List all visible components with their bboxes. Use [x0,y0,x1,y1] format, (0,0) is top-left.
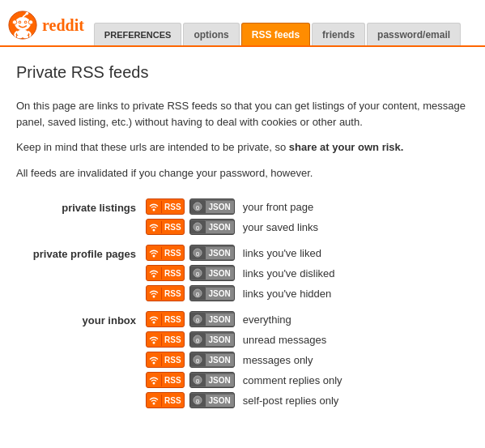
logo-text: reddit [42,16,84,35]
rss-button-1-0[interactable]: RSS [146,245,185,261]
json-button-0-0[interactable]: {} JSON [189,198,235,215]
svg-text:{}: {} [195,292,199,297]
svg-point-9 [26,12,29,15]
feed-row: RSS {} JSON self-post replies only [146,392,342,408]
rss-button-2-0[interactable]: RSS [146,311,185,327]
feed-text-1-0: links you've liked [243,247,321,259]
svg-text:{}: {} [195,378,199,383]
description-2: Keep in mind that these urls are intende… [16,139,469,156]
json-icon: {} [190,394,205,407]
svg-point-25 [153,296,155,298]
description-2-bold: share at your own risk. [289,141,404,153]
json-label: JSON [205,374,234,386]
rss-label: RSS [161,374,184,386]
tab-rss-feeds[interactable]: RSS feeds [241,23,310,45]
rss-label: RSS [161,201,184,213]
nav-tabs: PREFERENCES options RSS feeds friends pa… [94,5,461,45]
description-1: On this page are links to private RSS fe… [16,98,469,130]
feed-text-0-0: your front page [243,201,313,213]
rss-wifi-icon [147,220,161,233]
json-button-2-4[interactable]: {} JSON [189,392,235,408]
svg-text:{}: {} [195,358,199,363]
rss-button-0-1[interactable]: RSS [146,219,185,235]
feed-text-2-0: everything [243,314,291,326]
rss-button-0-0[interactable]: RSS [146,198,185,215]
rss-button-2-3[interactable]: RSS [146,372,185,388]
feed-row: RSS {} JSON links you've hidden [146,285,335,301]
rss-wifi-icon [147,267,161,279]
feed-text-1-2: links you've hidden [243,288,331,300]
svg-point-12 [23,36,28,39]
json-button-1-1[interactable]: {} JSON [189,265,235,281]
rss-button-1-1[interactable]: RSS [146,265,185,281]
description-2-prefix: Keep in mind that these urls are intende… [16,141,289,153]
json-button-2-3[interactable]: {} JSON [189,372,235,388]
json-icon: {} [190,246,205,259]
rss-label: RSS [161,221,184,233]
svg-text:{}: {} [195,318,199,322]
json-label: JSON [205,334,234,346]
json-label: JSON [205,314,234,326]
feed-row: RSS {} JSON links you've disliked [146,265,335,281]
json-button-1-2[interactable]: {} JSON [189,285,235,301]
json-button-0-1[interactable]: {} JSON [189,219,235,235]
feed-row: RSS {} JSON unread messages [146,331,342,348]
header: reddit PREFERENCES options RSS feeds fri… [0,0,485,47]
feed-row: RSS {} JSON links you've liked [146,245,335,261]
feed-row: RSS {} JSON everything [146,311,342,327]
rss-wifi-icon [147,394,161,407]
rss-label: RSS [161,267,184,279]
json-label: JSON [205,354,234,366]
svg-point-13 [153,209,155,211]
json-icon: {} [190,287,205,300]
json-icon: {} [190,220,205,233]
svg-point-16 [153,229,155,232]
rss-button-1-2[interactable]: RSS [146,285,185,301]
rss-label: RSS [161,247,184,259]
section-items-private-profile: RSS {} JSON links you've liked RSS {} [146,245,335,301]
rss-wifi-icon [147,353,161,366]
feed-row: RSS {} JSON comment replies only [146,372,342,388]
section-items-your-inbox: RSS {} JSON everything RSS {} JSO [146,311,342,408]
feed-text-2-4: self-post replies only [243,395,339,407]
page-title: Private RSS feeds [16,63,469,82]
svg-point-34 [153,362,155,365]
svg-point-28 [153,322,155,324]
svg-point-37 [153,382,155,385]
json-label: JSON [205,267,234,279]
rss-button-2-1[interactable]: RSS [146,331,185,348]
feed-row: RSS {} JSON messages only [146,352,342,368]
feed-text-1-1: links you've disliked [243,267,335,279]
rss-button-2-4[interactable]: RSS [146,392,185,408]
feed-text-2-3: comment replies only [243,374,342,386]
tab-password-email[interactable]: password/email [367,23,461,45]
svg-text:{}: {} [195,205,199,210]
rss-button-2-2[interactable]: RSS [146,352,185,368]
feed-text-2-2: messages only [243,354,313,366]
section-label-private-profile: private profile pages [16,245,146,260]
json-button-2-0[interactable]: {} JSON [189,311,235,327]
logo[interactable]: reddit [8,11,84,40]
feed-row: RSS {} JSON your front page [146,198,318,215]
json-button-2-1[interactable]: {} JSON [189,331,235,348]
json-icon: {} [190,200,205,213]
json-button-2-2[interactable]: {} JSON [189,352,235,368]
rss-label: RSS [161,334,184,346]
rss-label: RSS [161,395,184,407]
rss-label: RSS [161,314,184,326]
tab-options[interactable]: options [183,23,239,45]
tab-friends[interactable]: friends [312,23,365,45]
svg-text:{}: {} [195,399,199,403]
json-label: JSON [205,288,234,300]
svg-point-19 [153,255,155,258]
svg-point-6 [12,20,16,24]
tab-preferences[interactable]: PREFERENCES [94,23,182,45]
svg-point-22 [153,275,155,278]
json-icon: {} [190,373,205,386]
svg-point-31 [153,342,155,344]
main-content: Private RSS feeds On this page are links… [0,47,485,434]
json-label: JSON [205,201,234,213]
json-button-1-0[interactable]: {} JSON [189,245,235,261]
svg-point-11 [17,36,23,39]
section-private-profile-pages: private profile pages RSS {} JSON links … [16,245,469,301]
